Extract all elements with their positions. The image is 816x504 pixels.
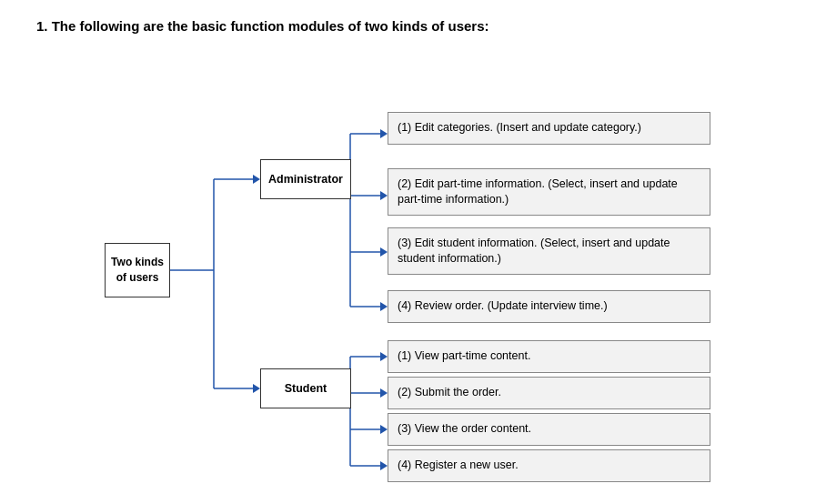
administrator-node: Administrator <box>260 159 351 199</box>
admin-leaf-1: (1) Edit categories. (Insert and update … <box>388 112 710 145</box>
student-leaf-4: (4) Register a new user. <box>388 449 710 482</box>
root-label: Two kindsof users <box>111 255 164 286</box>
svg-marker-3 <box>253 175 260 184</box>
student-leaf-2: (2) Submit the order. <box>388 377 710 409</box>
svg-marker-12 <box>380 247 388 257</box>
svg-marker-5 <box>253 384 260 393</box>
student-leaf-3: (3) View the order content. <box>388 413 710 446</box>
heading: 1. The following are the basic function … <box>36 18 789 34</box>
svg-marker-8 <box>380 129 388 138</box>
student-leaf-1: (1) View part-time content. <box>388 340 710 373</box>
svg-marker-10 <box>380 191 388 200</box>
svg-marker-20 <box>380 388 388 398</box>
svg-marker-14 <box>380 302 388 311</box>
svg-marker-24 <box>380 461 388 470</box>
diagram: Two kindsof users Administrator Student … <box>27 61 773 479</box>
root-node: Two kindsof users <box>105 243 170 297</box>
svg-marker-22 <box>380 425 388 434</box>
student-label: Student <box>285 382 327 395</box>
admin-leaf-4: (4) Review order. (Update interview time… <box>388 290 710 323</box>
svg-marker-18 <box>380 352 388 361</box>
page-container: 1. The following are the basic function … <box>27 18 789 479</box>
admin-leaf-3: (3) Edit student information. (Select, i… <box>388 227 710 275</box>
admin-leaf-2: (2) Edit part-time information. (Select,… <box>388 168 710 216</box>
administrator-label: Administrator <box>268 173 343 186</box>
student-node: Student <box>260 368 351 408</box>
